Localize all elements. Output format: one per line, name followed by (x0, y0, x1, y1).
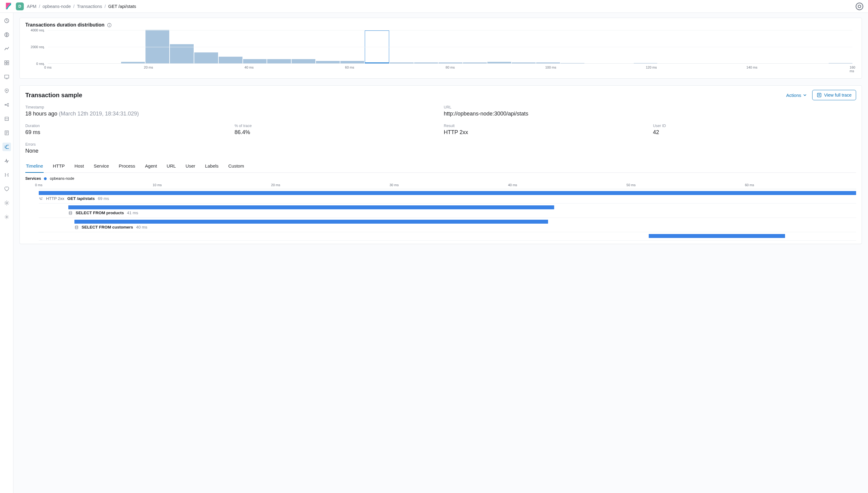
maps-icon[interactable] (2, 87, 11, 95)
hist-bar[interactable] (121, 62, 145, 64)
hist-xtick: 140 ms (746, 65, 757, 69)
span-bar (649, 234, 785, 238)
hist-bar[interactable] (414, 62, 438, 63)
settings-icon[interactable] (2, 213, 11, 221)
span-row[interactable]: HTTP 2xxGET /api/stats69 ms (39, 189, 856, 203)
ml-icon[interactable] (2, 101, 11, 109)
hist-bar[interactable] (561, 63, 584, 63)
span-bar (68, 206, 554, 209)
tab-http[interactable]: HTTP (52, 161, 65, 172)
management-icon[interactable] (2, 199, 11, 207)
hist-bar[interactable] (219, 57, 242, 63)
space-switcher[interactable]: D (16, 2, 24, 10)
discover-icon[interactable] (2, 30, 11, 39)
hist-bar[interactable] (145, 30, 169, 63)
hist-xtick: 40 ms (245, 65, 254, 69)
svg-point-11 (6, 90, 7, 91)
meta-errors: Errors None (25, 142, 438, 154)
timeline-tick: 0 ms (35, 183, 42, 187)
hist-bar[interactable] (340, 61, 364, 63)
hist-bar[interactable] (829, 63, 852, 63)
svg-rect-9 (4, 75, 9, 78)
services-legend: Services opbeans-node (25, 176, 856, 181)
timeline-axis: 0 ms10 ms20 ms30 ms40 ms50 ms60 ms (39, 183, 856, 189)
chevron-down-icon (803, 93, 807, 97)
hist-bar[interactable] (439, 62, 462, 63)
hist-bar[interactable] (291, 59, 315, 63)
newsfeed-icon[interactable] (855, 2, 864, 10)
hist-bar[interactable] (316, 61, 340, 63)
dashboard-icon[interactable] (2, 59, 11, 67)
breadcrumb-service[interactable]: opbeans-node (42, 4, 71, 9)
uptime-icon[interactable] (2, 157, 11, 165)
hist-bar[interactable] (267, 59, 291, 63)
svg-point-12 (4, 104, 5, 105)
recent-icon[interactable] (2, 17, 11, 25)
hist-ytick: 0 req. (36, 62, 45, 65)
span-bar (75, 220, 548, 224)
span-duration: 41 ms (127, 211, 138, 215)
sample-meta: Timestamp 18 hours ago (March 12th 2019,… (25, 105, 856, 154)
hist-xtick: 60 ms (345, 65, 354, 69)
tab-timeline[interactable]: Timeline (25, 161, 44, 173)
hist-xtick: 120 ms (646, 65, 657, 69)
svg-point-14 (7, 105, 8, 106)
meta-result: Result HTTP 2xx (444, 124, 647, 135)
duration-histogram[interactable]: 0 req.2000 req.4000 req. 0 ms20 ms40 ms6… (25, 30, 856, 75)
content: Transactions duration distribution 0 req… (14, 13, 868, 493)
span-result: HTTP 2xx (46, 196, 64, 201)
tab-custom[interactable]: Custom (227, 161, 245, 172)
hist-bar[interactable] (390, 62, 413, 63)
meta-timestamp: Timestamp 18 hours ago (March 12th 2019,… (25, 105, 438, 117)
kibana-logo[interactable] (2, 3, 15, 10)
meta-pct-trace: % of trace 86.4% (235, 124, 438, 135)
hist-bar[interactable] (536, 62, 560, 63)
hist-bar[interactable] (634, 63, 658, 63)
info-icon[interactable] (107, 23, 112, 27)
transaction-sample-title: Transaction sample (25, 92, 82, 99)
hist-bar[interactable] (487, 62, 511, 64)
devtools-icon[interactable] (2, 171, 11, 179)
infra-icon[interactable] (2, 114, 11, 123)
span-duration: 69 ms (98, 196, 109, 201)
tab-agent[interactable]: Agent (144, 161, 157, 172)
meta-user-id: User ID 42 (653, 124, 856, 135)
hist-bar[interactable] (194, 52, 218, 63)
span-row[interactable]: SELECT FROM customers40 ms (39, 218, 856, 232)
hist-bar[interactable] (512, 62, 536, 63)
timeline-tick: 10 ms (153, 183, 162, 187)
svg-point-27 (109, 24, 109, 24)
span-row[interactable]: SELECT FROM products41 ms (39, 203, 856, 218)
tab-process[interactable]: Process (118, 161, 136, 172)
view-full-trace-button[interactable]: View full trace (812, 90, 856, 100)
tab-user[interactable]: User (185, 161, 196, 172)
monitoring-icon[interactable] (2, 185, 11, 193)
visualize-icon[interactable] (2, 44, 11, 53)
tab-host[interactable]: Host (74, 161, 84, 172)
svg-point-32 (69, 211, 72, 212)
svg-point-23 (6, 202, 7, 204)
hist-bar[interactable] (463, 62, 487, 63)
breadcrumb-apm[interactable]: APM (27, 4, 36, 9)
breadcrumb-sep: / (105, 4, 106, 9)
tab-service[interactable]: Service (93, 161, 109, 172)
sidenav (0, 13, 14, 493)
duration-distribution-panel: Transactions duration distribution 0 req… (20, 18, 862, 79)
breadcrumb: APM / opbeans-node / Transactions / GET … (27, 4, 136, 9)
legend-dot-icon (44, 177, 47, 180)
canvas-icon[interactable] (2, 72, 11, 81)
tab-url[interactable]: URL (166, 161, 177, 172)
hist-xtick: 20 ms (144, 65, 153, 69)
logs-icon[interactable] (2, 129, 11, 137)
breadcrumb-sep: / (73, 4, 75, 9)
actions-dropdown[interactable]: Actions (786, 93, 807, 98)
tab-labels[interactable]: Labels (204, 161, 219, 172)
svg-rect-28 (817, 93, 821, 97)
breadcrumb-transactions[interactable]: Transactions (77, 4, 102, 9)
svg-point-31 (42, 197, 42, 198)
apm-icon[interactable] (2, 143, 11, 151)
span-row[interactable] (39, 232, 856, 241)
hist-bar[interactable] (243, 59, 267, 63)
svg-rect-7 (4, 63, 6, 65)
span-bar (39, 191, 856, 195)
